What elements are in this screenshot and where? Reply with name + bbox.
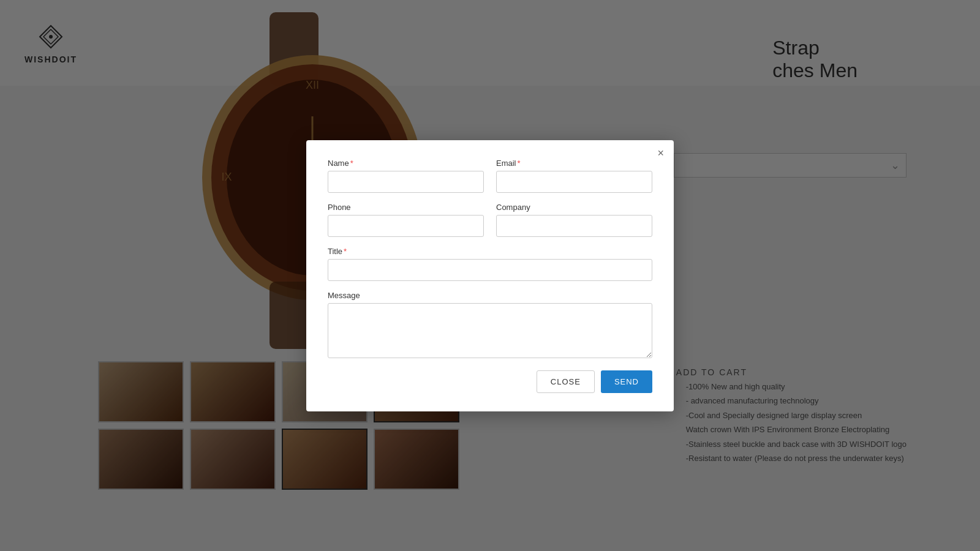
title-row: Title* xyxy=(328,247,652,281)
email-field-group: Email* xyxy=(496,159,652,193)
modal-overlay: × Name* Email* Phone Comp xyxy=(0,0,980,551)
message-label: Message xyxy=(328,291,652,300)
phone-input[interactable] xyxy=(328,215,484,237)
phone-company-row: Phone Company xyxy=(328,203,652,237)
title-required-star: * xyxy=(344,247,347,256)
name-label: Name* xyxy=(328,159,484,168)
email-required-star: * xyxy=(518,159,521,168)
company-field-group: Company xyxy=(496,203,652,237)
name-email-row: Name* Email* xyxy=(328,159,652,193)
title-input[interactable] xyxy=(328,259,652,281)
message-textarea[interactable] xyxy=(328,303,652,358)
contact-modal: × Name* Email* Phone Comp xyxy=(306,140,674,411)
phone-label: Phone xyxy=(328,203,484,212)
message-field-group: Message xyxy=(328,291,652,358)
email-label: Email* xyxy=(496,159,652,168)
name-required-star: * xyxy=(350,159,353,168)
email-input[interactable] xyxy=(496,171,652,193)
name-input[interactable] xyxy=(328,171,484,193)
company-label: Company xyxy=(496,203,652,212)
title-field-group: Title* xyxy=(328,247,652,281)
company-input[interactable] xyxy=(496,215,652,237)
modal-close-x-button[interactable]: × xyxy=(657,148,664,159)
phone-field-group: Phone xyxy=(328,203,484,237)
title-label: Title* xyxy=(328,247,652,256)
message-row: Message xyxy=(328,291,652,358)
close-button[interactable]: CLOSE xyxy=(537,370,595,393)
name-field-group: Name* xyxy=(328,159,484,193)
send-button[interactable]: SEND xyxy=(601,370,652,393)
modal-footer: CLOSE SEND xyxy=(328,370,652,393)
